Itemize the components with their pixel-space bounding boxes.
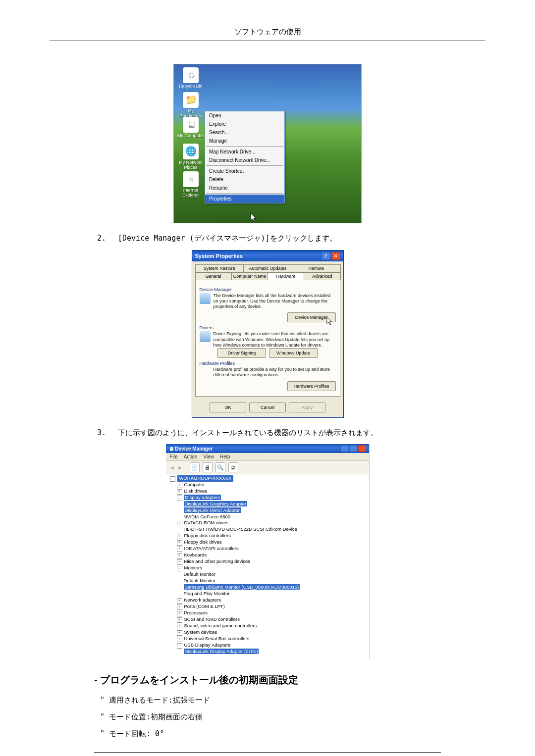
tree-category[interactable]: Display adapters (184, 495, 221, 500)
desktop-icon-my-documents[interactable]: 📁 My Documents (176, 92, 206, 119)
menu-item[interactable]: View (203, 454, 214, 459)
context-menu[interactable]: OpenExploreSearch...ManageMap Network Dr… (205, 111, 285, 203)
context-menu-item[interactable]: Manage (205, 137, 284, 145)
cancel-button[interactable]: Cancel (249, 403, 286, 412)
tree-category[interactable]: Sound, video and game controllers (184, 623, 257, 628)
desktop-icon-internet-explorer[interactable]: e Internet Explorer (176, 171, 206, 198)
tab[interactable]: Advanced (304, 272, 340, 280)
tree-category[interactable]: Mice and other pointing devices (184, 558, 251, 564)
tree-category[interactable]: Monitors (184, 565, 202, 570)
internet-explorer-icon: e (183, 171, 199, 187)
group-hardware-profiles-label: Hardware Profiles (200, 361, 336, 366)
forward-button[interactable]: ► (177, 465, 182, 470)
device-tree[interactable]: -WORKGROUP-XXXXXX+Computer+Disk drives-D… (166, 474, 369, 659)
tree-device[interactable]: DisplayLink Display Adapter (0101) (184, 649, 259, 654)
tree-category[interactable]: Universal Serial Bus controllers (184, 636, 250, 641)
desktop-icon-my-network-places[interactable]: 🌐 My Network Places (176, 144, 206, 170)
network-icon: 🌐 (183, 144, 199, 159)
minimize-button[interactable] (340, 445, 348, 452)
tree-category[interactable]: Floppy disk controllers (184, 533, 231, 538)
tree-category[interactable]: Keyboards (184, 552, 207, 557)
dialog-title-bar: System Properties ? ✕ (192, 251, 343, 261)
context-menu-item[interactable]: Properties (205, 195, 284, 203)
instruction-step: 3. 下に示す図のように、インストールされている機器のリストが表示されます。 (94, 427, 441, 440)
tree-device[interactable]: Default Monitor (184, 571, 215, 577)
toolbar-print-icon[interactable]: 🖨 (203, 462, 213, 472)
toolbar-refresh-icon[interactable]: 🗂 (228, 462, 238, 472)
maximize-button[interactable] (349, 445, 357, 452)
context-menu-item[interactable]: Explore (205, 120, 284, 128)
close-button[interactable] (358, 445, 366, 452)
toolbar: ◄ ► | 📄 🖨 🔍 🗂 (166, 461, 369, 474)
tree-root[interactable]: WORKGROUP-XXXXXX (177, 475, 234, 482)
tree-category[interactable]: Disk drives (184, 488, 207, 494)
menu-item[interactable]: Help (220, 454, 230, 459)
close-button[interactable]: ✕ (331, 252, 340, 260)
group-drivers-label: Drivers (200, 325, 336, 330)
menu-item[interactable]: Action (184, 454, 198, 459)
page-footer-rule (94, 752, 441, 753)
tab-body-hardware: Device Manager The Device Manager lists … (195, 280, 340, 397)
tree-category[interactable]: IDE ATA/ATAPI controllers (184, 546, 239, 551)
context-menu-item[interactable]: Search... (205, 128, 284, 137)
context-menu-item[interactable]: Delete (205, 175, 284, 184)
computer-icon: 🖥 (183, 117, 199, 133)
help-button[interactable]: ? (321, 252, 330, 260)
bullet-list: " 適用されるモード:拡張モード" モード位置:初期画面の右側" モード回転: … (94, 693, 441, 741)
tree-category[interactable]: SCSI and RAID controllers (184, 616, 240, 622)
page-header: ソフトウェアの使用 (50, 27, 485, 41)
bullet-item: " 適用されるモード:拡張モード (100, 693, 441, 707)
tab[interactable]: Automatic Updates (243, 264, 292, 272)
tree-device[interactable]: Plug and Play Monitor (184, 591, 230, 596)
tree-category[interactable]: Floppy disk drives (184, 539, 222, 545)
tree-category[interactable]: Ports (COM & LPT) (184, 604, 225, 609)
windows-update-button[interactable]: Windows Update (269, 348, 318, 358)
toolbar-properties-icon[interactable]: 📄 (190, 462, 200, 472)
tab[interactable]: General (195, 272, 232, 280)
context-menu-item[interactable]: Create Shortcut (205, 167, 284, 175)
tree-category[interactable]: Network adapters (184, 597, 221, 603)
device-manager-icon (200, 293, 211, 304)
tab-row: System RestoreAutomatic UpdatesRemote (192, 261, 343, 272)
apply-button[interactable]: Apply (289, 403, 325, 412)
menubar[interactable]: FileActionViewHelp (166, 453, 369, 461)
tree-device[interactable]: DisplayLink Graphics Adapter (184, 501, 248, 506)
context-menu-item[interactable]: Open (205, 111, 284, 120)
drivers-icon (200, 331, 211, 342)
tree-device[interactable]: Samsung UbiSync Monitor (USB_00000HA3M30… (184, 584, 300, 590)
desktop-icon-my-computer[interactable]: 🖥 My Computer (176, 117, 206, 139)
context-menu-item[interactable]: Disconnect Network Drive... (205, 156, 284, 164)
desktop-icon-recycle-bin[interactable]: ♻ Recycle Bin (176, 67, 206, 89)
ok-button[interactable]: OK (210, 403, 246, 412)
tree-category[interactable]: Processors (184, 610, 208, 615)
bullet-item: " モード回転: 0° (100, 726, 441, 741)
window-title-bar: 🖥 Device Manager (166, 444, 369, 453)
group-device-manager-desc: The Device Manager lists all the hardwar… (200, 293, 336, 310)
screenshot-desktop-context-menu: ♻ Recycle Bin 📁 My Documents 🖥 My Comput… (173, 64, 362, 223)
tree-category[interactable]: DVD/CD-ROM drives (184, 520, 229, 525)
tree-device[interactable]: DisplayLink Mirror Adapter (184, 507, 241, 513)
tab[interactable]: Hardware (268, 272, 304, 280)
menu-item[interactable]: File (170, 454, 178, 459)
tab[interactable]: Computer Name (231, 272, 268, 280)
tree-device[interactable]: NVIDIA GeForce 6600 (184, 514, 231, 519)
bullet-item: " モード位置:初期画面の右側 (100, 709, 441, 724)
tab[interactable]: System Restore (195, 264, 244, 272)
folder-icon: 📁 (183, 92, 199, 108)
tree-category[interactable]: USB Display Adapters (184, 642, 230, 648)
hardware-profiles-button[interactable]: Hardware Profiles (287, 381, 336, 391)
tab-row: GeneralComputer NameHardwareAdvanced (192, 272, 343, 280)
group-device-manager-label: Device Manager (200, 287, 336, 292)
context-menu-item[interactable]: Rename (205, 184, 284, 192)
back-button[interactable]: ◄ (170, 465, 175, 470)
driver-signing-button[interactable]: Driver Signing (217, 348, 266, 358)
tree-device[interactable]: Default Monitor (184, 578, 215, 583)
tree-device[interactable]: HL-DT-ST RW/DVD GCC-4522B SCSI CdRom Dev… (184, 526, 297, 532)
tab[interactable]: Remote (292, 264, 341, 272)
tree-category[interactable]: System devices (184, 629, 217, 635)
toolbar-scan-icon[interactable]: 🔍 (215, 462, 225, 472)
recycle-bin-icon: ♻ (183, 67, 199, 83)
context-menu-item[interactable]: Map Network Drive... (205, 148, 284, 156)
screenshot-device-manager: 🖥 Device Manager FileActionViewHelp ◄ ► … (166, 444, 370, 659)
tree-category[interactable]: Computer (184, 482, 205, 487)
